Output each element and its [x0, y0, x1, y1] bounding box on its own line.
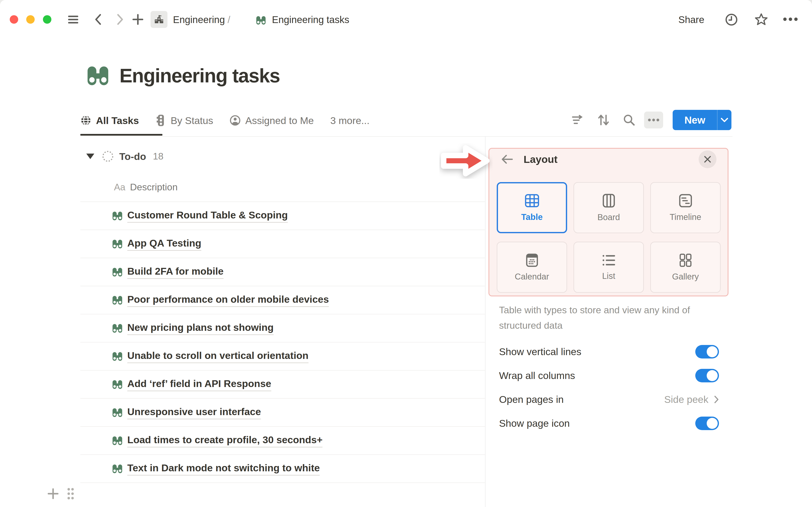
toggle-switch[interactable] [695, 416, 719, 430]
layout-option-board[interactable]: Board [573, 182, 644, 233]
table-row[interactable]: Build 2FA for mobile [80, 258, 485, 286]
row-binoculars-icon [112, 238, 123, 250]
column-header-label: Description [130, 182, 177, 193]
view-options-ellipsis-icon[interactable] [644, 112, 663, 128]
calendar-layout-icon [525, 253, 539, 267]
row-title-link[interactable]: Add ‘ref’ field in API Response [127, 378, 271, 391]
search-icon[interactable] [622, 110, 636, 130]
row-title-link[interactable]: Customer Round Table & Scoping [127, 209, 288, 223]
toggle-switch[interactable] [695, 369, 719, 382]
breadcrumb-separator: / [227, 14, 230, 25]
tab-by-status[interactable]: By Status [155, 114, 213, 126]
tab-label: All Tasks [96, 115, 139, 126]
tab-label: Assigned to Me [245, 115, 314, 126]
setting-row[interactable]: Show page icon [499, 411, 719, 435]
back-arrow-icon[interactable] [501, 155, 513, 164]
building-icon [154, 14, 164, 25]
add-row-plus-icon[interactable] [47, 488, 59, 500]
close-panel-button[interactable] [699, 151, 716, 168]
sort-icon[interactable] [597, 110, 610, 130]
back-icon[interactable] [93, 13, 104, 26]
table-row[interactable]: App QA Testing [80, 230, 485, 258]
layout-options-grid: Table Board Timeline Calendar List Galle… [497, 182, 721, 293]
forward-icon[interactable] [114, 13, 125, 26]
traffic-minimize-button[interactable] [26, 15, 35, 24]
table-row[interactable]: Unable to scroll on vertical orientation [80, 342, 485, 371]
new-button[interactable]: New [673, 110, 731, 130]
page-title-binoculars-icon [86, 63, 110, 88]
tab-all-tasks[interactable]: All Tasks [80, 115, 139, 126]
layout-option-timeline[interactable]: Timeline [650, 182, 721, 233]
setting-label: Wrap all columns [499, 370, 575, 381]
tab-label: 3 more... [330, 115, 369, 126]
layout-option-list[interactable]: List [573, 242, 644, 293]
row-title-link[interactable]: Load times to create profile, 30 seconds… [127, 434, 322, 447]
active-tab-underline [80, 134, 162, 135]
board-layout-icon [602, 193, 616, 208]
table-row[interactable]: Load times to create profile, 30 seconds… [80, 427, 485, 455]
tab-more-views[interactable]: 3 more... [330, 115, 369, 126]
row-binoculars-icon [112, 323, 123, 334]
table-row[interactable]: New pricing plans not showing [80, 314, 485, 342]
chevron-down-icon [720, 117, 728, 122]
table-row[interactable]: Customer Round Table & Scoping [80, 202, 485, 230]
page-title[interactable]: Engineering tasks [119, 65, 280, 87]
collapse-triangle-icon[interactable] [86, 154, 94, 159]
tab-assigned-to-me[interactable]: Assigned to Me [230, 115, 314, 126]
row-title-link[interactable]: Text in Dark mode not switching to white [127, 462, 320, 475]
toggle-knob [707, 418, 718, 429]
setting-value[interactable]: Side peek [664, 394, 719, 405]
favorite-star-icon[interactable] [755, 13, 768, 26]
todo-status-icon [102, 151, 114, 162]
row-title-link[interactable]: Poor performance on older mobile devices [127, 293, 329, 307]
new-button-caret[interactable] [717, 117, 731, 122]
layout-panel-header: Layout [501, 151, 721, 168]
traffic-close-button[interactable] [10, 15, 18, 24]
row-title-link[interactable]: App QA Testing [127, 237, 201, 251]
setting-row[interactable]: Wrap all columns [499, 363, 719, 387]
text-property-icon: Aa [114, 182, 125, 192]
setting-row[interactable]: Show vertical lines [499, 340, 719, 363]
layout-option-calendar[interactable]: Calendar [497, 242, 567, 293]
row-binoculars-icon [112, 351, 123, 362]
table-row[interactable]: Unresponsive user interface [80, 399, 485, 427]
layout-option-label: Calendar [515, 272, 549, 281]
table-row[interactable]: Add ‘ref’ field in API Response [80, 371, 485, 399]
row-binoculars-icon [112, 463, 123, 474]
table-row[interactable]: Poor performance on older mobile devices [80, 286, 485, 314]
row-title-link[interactable]: New pricing plans not showing [127, 322, 273, 335]
new-page-plus-icon[interactable] [132, 13, 144, 26]
layout-option-table[interactable]: Table [497, 182, 567, 233]
drag-handle-icon[interactable] [66, 487, 75, 500]
breadcrumb-page[interactable]: Engineering tasks [272, 14, 349, 25]
person-circle-icon [230, 115, 241, 126]
row-binoculars-icon [112, 294, 123, 306]
filter-icon[interactable] [571, 110, 583, 130]
teamspace-icon[interactable] [151, 11, 167, 28]
sidebar-menu-icon[interactable] [67, 13, 79, 25]
column-header-description[interactable]: Aa Description [114, 182, 177, 193]
traffic-light-icon [155, 114, 166, 126]
layout-panel-title: Layout [523, 153, 558, 165]
table-row[interactable]: Text in Dark mode not switching to white [80, 455, 485, 483]
row-title-link[interactable]: Build 2FA for mobile [127, 265, 223, 279]
table-layout-icon [524, 194, 540, 208]
setting-row[interactable]: Open pages in Side peek [499, 387, 719, 411]
row-title-link[interactable]: Unable to scroll on vertical orientation [127, 350, 308, 363]
topbar: Engineering / Engineering tasks Share [0, 0, 812, 39]
layout-option-gallery[interactable]: Gallery [650, 242, 721, 293]
row-title-link[interactable]: Unresponsive user interface [127, 406, 261, 419]
page-binoculars-icon [255, 15, 266, 26]
breadcrumb-space[interactable]: Engineering / [173, 14, 230, 25]
share-button[interactable]: Share [678, 14, 704, 25]
layout-description: Table with types to store and view any k… [499, 302, 726, 333]
setting-value-text: Side peek [664, 394, 708, 405]
history-clock-icon[interactable] [725, 13, 738, 26]
new-button-label: New [673, 114, 717, 126]
row-binoculars-icon [112, 407, 123, 418]
more-options-icon[interactable] [782, 16, 799, 22]
traffic-zoom-button[interactable] [43, 15, 51, 24]
panel-divider [485, 136, 486, 507]
toggle-switch[interactable] [695, 345, 719, 358]
group-header-todo[interactable]: To-do 18 [86, 151, 163, 162]
